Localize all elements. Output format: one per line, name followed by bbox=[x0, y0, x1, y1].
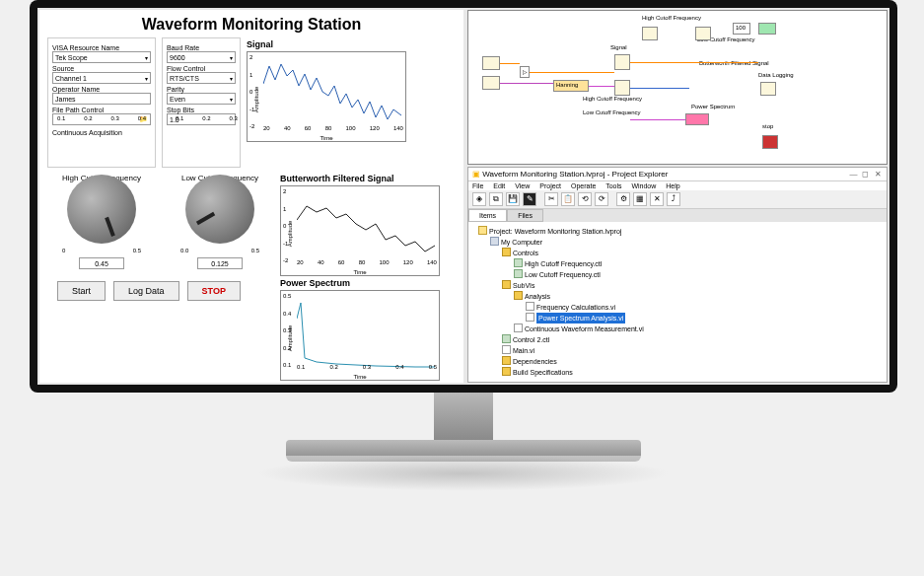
toolbar: ◈ ⧉ 💾 ✎ ✂ 📋 ⟲ ⟳ ⚙ ▦ ✕ ⤴ bbox=[468, 190, 887, 209]
diagram-node[interactable] bbox=[642, 27, 658, 40]
diagram-node[interactable] bbox=[614, 80, 630, 96]
power-spectrum-chart: Amplitude 0.50.40.30.20.1 0.10.20.30.40.… bbox=[280, 290, 440, 381]
project-explorer-window: ▣ Waveform Monitoring Station.lvproj - P… bbox=[467, 167, 888, 383]
toolbar-button[interactable]: ◈ bbox=[472, 192, 486, 206]
app-title: Waveform Monitoring Station bbox=[47, 16, 456, 34]
tree-dependencies[interactable]: Dependencies bbox=[474, 356, 881, 367]
diagram-const-tf[interactable] bbox=[758, 23, 776, 35]
diagram-node[interactable] bbox=[760, 82, 776, 96]
menu-edit[interactable]: Edit bbox=[493, 182, 505, 189]
butterworth-chart-title: Butterworth Filtered Signal bbox=[280, 174, 456, 183]
baud-rate-dropdown[interactable]: 9600 bbox=[167, 51, 236, 63]
toolbar-button[interactable]: ⟳ bbox=[595, 192, 608, 206]
toolbar-button[interactable]: 💾 bbox=[506, 192, 520, 206]
minimize-icon[interactable]: — bbox=[849, 170, 859, 179]
tab-items[interactable]: Items bbox=[468, 209, 507, 222]
tree-my-computer[interactable]: My Computer bbox=[474, 237, 881, 248]
tree-analysis-folder[interactable]: Analysis bbox=[474, 291, 881, 302]
toolbar-button[interactable]: 📋 bbox=[561, 192, 575, 206]
tab-files[interactable]: Files bbox=[507, 209, 543, 222]
toolbar-button[interactable]: ⚙ bbox=[616, 192, 630, 206]
toolbar-button[interactable]: ✕ bbox=[650, 192, 664, 206]
butterworth-chart: Amplitude 210-1-2 20406080100120140 Time bbox=[280, 185, 440, 276]
tree-subvis-folder[interactable]: SubVIs bbox=[474, 280, 881, 291]
high-cutoff-value[interactable]: 0.45 bbox=[79, 257, 124, 269]
diagram-hanning-node[interactable]: Hanning bbox=[553, 80, 589, 92]
diagram-node[interactable] bbox=[685, 113, 709, 125]
low-cutoff-value[interactable]: 0.125 bbox=[197, 257, 243, 269]
tree-item[interactable]: High Cutoff Frequency.ctl bbox=[474, 258, 881, 269]
diagram-stop-node[interactable] bbox=[762, 135, 778, 149]
serial-group: Baud Rate 9600 Flow Control RTS/CTS Pari… bbox=[162, 37, 241, 168]
power-spectrum-title: Power Spectrum bbox=[280, 278, 456, 288]
signal-chart-title: Signal bbox=[247, 39, 456, 49]
close-icon[interactable]: ✕ bbox=[873, 170, 883, 179]
high-cutoff-knob[interactable] bbox=[67, 175, 136, 244]
menu-window[interactable]: Window bbox=[631, 182, 656, 189]
tree-build-specs[interactable]: Build Specifications bbox=[474, 367, 881, 378]
visa-group: VISA Resource Name Tek Scope Source Chan… bbox=[47, 37, 156, 168]
toolbar-button[interactable]: ✎ bbox=[523, 192, 536, 206]
toolbar-button[interactable]: ⟲ bbox=[578, 192, 592, 206]
log-data-button[interactable]: Log Data bbox=[113, 281, 179, 301]
tree-item[interactable]: Low Cutoff Frequency.ctl bbox=[474, 269, 881, 280]
parity-dropdown[interactable]: Even bbox=[167, 93, 236, 105]
flow-control-dropdown[interactable]: RTS/CTS bbox=[167, 72, 236, 84]
toolbar-button[interactable]: ⤴ bbox=[667, 192, 680, 206]
menu-help[interactable]: Help bbox=[666, 182, 679, 189]
tree-item-selected[interactable]: Power Spectrum Analysis.vi bbox=[474, 313, 881, 324]
diagram-play-icon[interactable]: ▷ bbox=[520, 66, 530, 78]
menu-file[interactable]: File bbox=[472, 182, 483, 189]
tree-controls-folder[interactable]: Controls bbox=[474, 248, 881, 258]
window-title: Waveform Monitoring Station.lvproj - Pro… bbox=[482, 170, 668, 179]
menu-view[interactable]: View bbox=[515, 182, 530, 189]
signal-chart: Amplitude 210-1-2 20406080100120140 Time bbox=[247, 51, 406, 142]
menu-bar: File Edit View Project Operate Tools Win… bbox=[468, 181, 887, 190]
tree-item[interactable]: Main.vi bbox=[474, 345, 881, 356]
low-cutoff-knob[interactable] bbox=[185, 175, 254, 244]
menu-project[interactable]: Project bbox=[539, 182, 561, 189]
menu-tools[interactable]: Tools bbox=[605, 182, 621, 189]
diagram-node[interactable] bbox=[482, 76, 500, 90]
toolbar-button[interactable]: ⧉ bbox=[489, 192, 503, 206]
diagram-node[interactable] bbox=[695, 27, 711, 40]
visa-resource-dropdown[interactable]: Tek Scope bbox=[52, 51, 151, 63]
labview-icon: ▣ bbox=[472, 170, 480, 179]
stop-button[interactable]: STOP bbox=[187, 281, 241, 301]
diagram-const-100[interactable]: 100 bbox=[733, 23, 750, 35]
operator-name-field[interactable]: James bbox=[52, 93, 151, 105]
tree-project[interactable]: Project: Waveform Monitoring Station.lvp… bbox=[474, 226, 881, 237]
maximize-icon[interactable]: ◻ bbox=[861, 170, 871, 179]
tree-item[interactable]: Continuous Waveform Measurement.vi bbox=[474, 324, 881, 334]
toolbar-button[interactable]: ▦ bbox=[633, 192, 647, 206]
source-dropdown[interactable]: Channel 1 bbox=[52, 72, 151, 84]
tree-item[interactable]: Frequency Calculations.vi bbox=[474, 302, 881, 313]
low-cutoff-knob-group: Low Cutoff Frequency 0.10.20.30.4 0.00.5… bbox=[166, 174, 274, 269]
high-cutoff-knob-group: High Cutoff Frequency 0.10.20.30.4 00.5 … bbox=[47, 174, 156, 269]
menu-operate[interactable]: Operate bbox=[571, 182, 596, 189]
toolbar-button[interactable]: ✂ bbox=[544, 192, 558, 206]
start-button[interactable]: Start bbox=[57, 281, 106, 301]
project-tree: Project: Waveform Monitoring Station.lvp… bbox=[468, 222, 887, 382]
front-panel: Waveform Monitoring Station VISA Resourc… bbox=[39, 10, 463, 383]
tree-item[interactable]: Control 2.ctl bbox=[474, 334, 881, 345]
diagram-node[interactable] bbox=[614, 54, 630, 70]
block-diagram: High Cutoff Frequency Signal High Cutoff… bbox=[467, 10, 888, 165]
diagram-node[interactable] bbox=[482, 56, 500, 70]
